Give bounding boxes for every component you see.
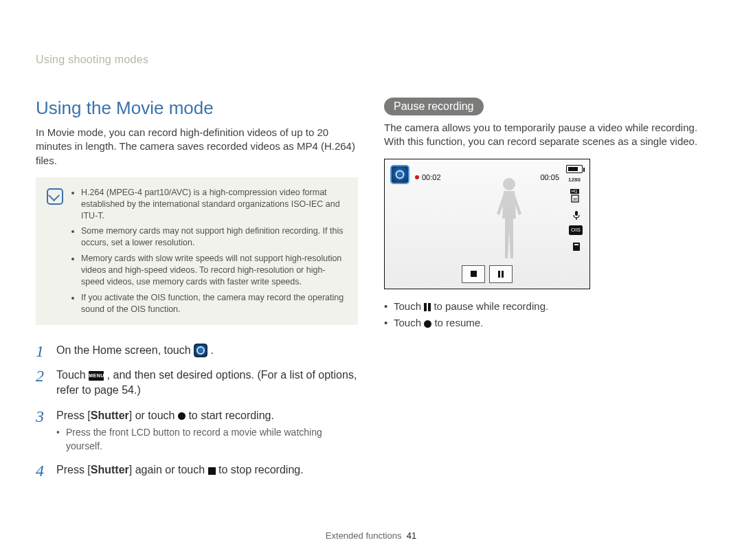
screen-controls [462, 265, 513, 283]
svg-rect-5 [574, 244, 578, 245]
intro-paragraph: In Movie mode, you can record high-defin… [36, 126, 358, 168]
page-title: Using the Movie mode [36, 98, 358, 119]
screen-mode-icon [390, 165, 409, 184]
page-footer: Extended functions 41 [0, 530, 742, 541]
camera-screen-illustration: 00:02 00:05 1280 HQ 30 OIS [384, 159, 590, 289]
note-item: Memory cards with slow write speeds will… [81, 253, 347, 288]
movie-mode-icon [194, 344, 207, 357]
fps-icon: 30 [570, 192, 583, 205]
menu-icon: MENU [89, 371, 104, 381]
step-3: Press [Shutter] or touch to start record… [36, 408, 358, 453]
subsection-pill: Pause recording [384, 98, 484, 115]
svg-rect-4 [573, 243, 580, 251]
step-1: On the Home screen, touch . [36, 343, 358, 358]
step-4: Press [Shutter] again or touch to stop r… [36, 462, 358, 478]
right-column: Pause recording The camera allows you to… [384, 98, 706, 488]
svg-text:30: 30 [573, 197, 578, 201]
tips-list: Touch to pause while recording. Touch to… [384, 299, 706, 331]
ois-icon: OIS [569, 225, 583, 235]
step-3-sub: Press the front LCD button to record a m… [56, 426, 358, 453]
storage-icon [570, 240, 583, 253]
battery-icon [566, 165, 583, 173]
step-2: Touch MENU , and then set desired option… [36, 368, 358, 399]
note-icon [47, 188, 63, 205]
pause-icon [424, 303, 431, 311]
breadcrumb: Using shooting modes [36, 54, 706, 66]
tip-resume: Touch to resume. [394, 315, 706, 331]
screen-stop-button[interactable] [462, 265, 485, 283]
note-item: Some memory cards may not support high d… [81, 225, 347, 249]
record-icon [178, 412, 186, 420]
screen-pause-button[interactable] [489, 265, 513, 283]
elapsed-time: 00:02 [415, 173, 441, 181]
person-silhouette [495, 176, 524, 265]
note-item: H.264 (MPEG-4 part10/AVC) is a high-comp… [81, 187, 347, 222]
total-time: 00:05 [540, 173, 559, 181]
page-number: 41 [407, 530, 416, 541]
pause-paragraph: The camera allows you to temporarily pau… [384, 121, 706, 149]
stop-icon [208, 467, 216, 475]
step-list: On the Home screen, touch . Touch MENU ,… [36, 343, 358, 478]
note-item: If you activate the OIS function, the ca… [81, 292, 347, 315]
record-icon [424, 320, 431, 328]
tip-pause: Touch to pause while recording. [394, 299, 706, 315]
left-column: Using the Movie mode In Movie mode, you … [36, 98, 358, 488]
note-box: H.264 (MPEG-4 part10/AVC) is a high-comp… [36, 177, 358, 325]
microphone-icon [570, 209, 583, 221]
footer-section: Extended functions [326, 530, 402, 541]
svg-rect-2 [575, 211, 578, 216]
svg-point-6 [503, 178, 515, 190]
